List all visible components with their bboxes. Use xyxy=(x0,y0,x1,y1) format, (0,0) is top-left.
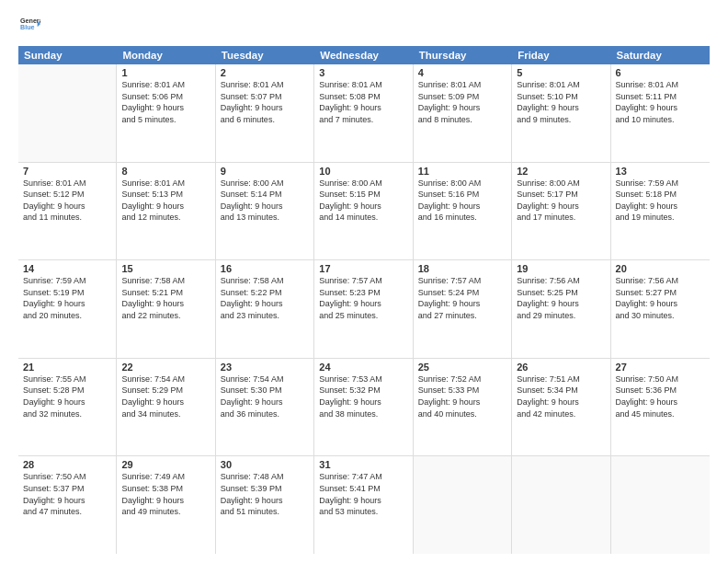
day-number: 13 xyxy=(616,166,705,177)
calendar-cell: 27Sunrise: 7:50 AMSunset: 5:36 PMDayligh… xyxy=(611,359,710,456)
day-number: 15 xyxy=(121,263,210,274)
calendar-cell: 26Sunrise: 7:51 AMSunset: 5:34 PMDayligh… xyxy=(512,359,610,456)
day-number: 1 xyxy=(121,67,210,78)
day-number: 7 xyxy=(23,166,111,177)
day-info: Sunrise: 7:52 AMSunset: 5:33 PMDaylight:… xyxy=(418,373,506,419)
logo: General Blue xyxy=(18,15,40,39)
calendar-cell: 13Sunrise: 7:59 AMSunset: 5:18 PMDayligh… xyxy=(611,163,710,260)
calendar-cell: 19Sunrise: 7:56 AMSunset: 5:25 PMDayligh… xyxy=(512,260,610,358)
calendar-cell: 22Sunrise: 7:54 AMSunset: 5:29 PMDayligh… xyxy=(117,359,215,456)
calendar-week-row: 21Sunrise: 7:55 AMSunset: 5:28 PMDayligh… xyxy=(18,359,710,457)
day-number: 22 xyxy=(121,362,210,373)
weekday-header: Sunday xyxy=(18,46,117,64)
day-info: Sunrise: 7:47 AMSunset: 5:41 PMDaylight:… xyxy=(319,471,407,517)
calendar-week-row: 14Sunrise: 7:59 AMSunset: 5:19 PMDayligh… xyxy=(18,260,710,359)
day-info: Sunrise: 8:00 AMSunset: 5:15 PMDaylight:… xyxy=(319,178,407,224)
day-number: 28 xyxy=(23,459,111,470)
day-number: 14 xyxy=(23,263,111,274)
day-info: Sunrise: 8:01 AMSunset: 5:10 PMDaylight:… xyxy=(517,79,605,125)
day-info: Sunrise: 7:55 AMSunset: 5:28 PMDaylight:… xyxy=(23,373,111,419)
day-number: 5 xyxy=(517,67,605,78)
day-info: Sunrise: 8:01 AMSunset: 5:13 PMDaylight:… xyxy=(121,178,210,224)
day-number: 23 xyxy=(221,362,309,373)
day-number: 29 xyxy=(121,459,210,470)
day-number: 3 xyxy=(319,67,407,78)
day-number: 12 xyxy=(517,166,605,177)
calendar-cell xyxy=(18,64,117,162)
calendar-cell: 11Sunrise: 8:00 AMSunset: 5:16 PMDayligh… xyxy=(414,163,512,260)
calendar-cell: 25Sunrise: 7:52 AMSunset: 5:33 PMDayligh… xyxy=(414,359,512,456)
day-number: 24 xyxy=(319,362,407,373)
day-info: Sunrise: 7:54 AMSunset: 5:30 PMDaylight:… xyxy=(221,373,309,419)
svg-text:Blue: Blue xyxy=(20,24,35,31)
day-info: Sunrise: 7:51 AMSunset: 5:34 PMDaylight:… xyxy=(517,373,605,419)
calendar-cell: 5Sunrise: 8:01 AMSunset: 5:10 PMDaylight… xyxy=(512,64,610,162)
day-number: 27 xyxy=(616,362,705,373)
page: General Blue SundayMondayTuesdayWednesda… xyxy=(0,0,728,563)
day-info: Sunrise: 7:57 AMSunset: 5:23 PMDaylight:… xyxy=(319,275,407,321)
day-number: 4 xyxy=(418,67,506,78)
calendar-week-row: 1Sunrise: 8:01 AMSunset: 5:06 PMDaylight… xyxy=(18,64,710,163)
calendar-cell: 30Sunrise: 7:48 AMSunset: 5:39 PMDayligh… xyxy=(216,456,314,554)
weekday-header: Friday xyxy=(512,46,610,64)
day-number: 21 xyxy=(23,362,111,373)
day-number: 30 xyxy=(221,459,309,470)
calendar-cell: 21Sunrise: 7:55 AMSunset: 5:28 PMDayligh… xyxy=(18,359,117,456)
day-number: 9 xyxy=(221,166,309,177)
calendar-cell: 31Sunrise: 7:47 AMSunset: 5:41 PMDayligh… xyxy=(314,456,413,554)
logo-icon: General Blue xyxy=(20,15,40,35)
day-info: Sunrise: 7:54 AMSunset: 5:29 PMDaylight:… xyxy=(121,373,210,419)
day-info: Sunrise: 7:50 AMSunset: 5:37 PMDaylight:… xyxy=(23,471,111,517)
day-info: Sunrise: 8:01 AMSunset: 5:07 PMDaylight:… xyxy=(221,79,309,125)
calendar-cell: 1Sunrise: 8:01 AMSunset: 5:06 PMDaylight… xyxy=(117,64,215,162)
calendar-cell: 18Sunrise: 7:57 AMSunset: 5:24 PMDayligh… xyxy=(414,260,512,358)
calendar-cell: 8Sunrise: 8:01 AMSunset: 5:13 PMDaylight… xyxy=(117,163,215,260)
day-info: Sunrise: 8:01 AMSunset: 5:12 PMDaylight:… xyxy=(23,178,111,224)
day-info: Sunrise: 7:49 AMSunset: 5:38 PMDaylight:… xyxy=(121,471,210,517)
day-number: 6 xyxy=(616,67,705,78)
calendar-cell: 10Sunrise: 8:00 AMSunset: 5:15 PMDayligh… xyxy=(314,163,413,260)
day-number: 31 xyxy=(319,459,407,470)
day-info: Sunrise: 7:59 AMSunset: 5:19 PMDaylight:… xyxy=(23,275,111,321)
day-info: Sunrise: 7:53 AMSunset: 5:32 PMDaylight:… xyxy=(319,373,407,419)
calendar: SundayMondayTuesdayWednesdayThursdayFrid… xyxy=(18,46,710,554)
calendar-cell: 29Sunrise: 7:49 AMSunset: 5:38 PMDayligh… xyxy=(117,456,215,554)
day-number: 19 xyxy=(517,263,605,274)
weekday-header: Tuesday xyxy=(216,46,314,64)
weekday-header: Thursday xyxy=(414,46,512,64)
calendar-cell: 15Sunrise: 7:58 AMSunset: 5:21 PMDayligh… xyxy=(117,260,215,358)
day-info: Sunrise: 8:01 AMSunset: 5:11 PMDaylight:… xyxy=(616,79,705,125)
day-info: Sunrise: 8:00 AMSunset: 5:17 PMDaylight:… xyxy=(517,178,605,224)
day-number: 20 xyxy=(616,263,705,274)
day-number: 16 xyxy=(221,263,309,274)
day-info: Sunrise: 7:59 AMSunset: 5:18 PMDaylight:… xyxy=(616,178,705,224)
day-number: 17 xyxy=(319,263,407,274)
day-info: Sunrise: 7:57 AMSunset: 5:24 PMDaylight:… xyxy=(418,275,506,321)
day-info: Sunrise: 8:01 AMSunset: 5:06 PMDaylight:… xyxy=(121,79,210,125)
calendar-week-row: 28Sunrise: 7:50 AMSunset: 5:37 PMDayligh… xyxy=(18,456,710,554)
calendar-cell: 3Sunrise: 8:01 AMSunset: 5:08 PMDaylight… xyxy=(314,64,413,162)
header: General Blue xyxy=(18,15,710,39)
calendar-cell: 4Sunrise: 8:01 AMSunset: 5:09 PMDaylight… xyxy=(414,64,512,162)
calendar-header: SundayMondayTuesdayWednesdayThursdayFrid… xyxy=(18,46,710,64)
weekday-header: Monday xyxy=(117,46,215,64)
calendar-cell: 28Sunrise: 7:50 AMSunset: 5:37 PMDayligh… xyxy=(18,456,117,554)
day-number: 2 xyxy=(221,67,309,78)
day-info: Sunrise: 8:01 AMSunset: 5:08 PMDaylight:… xyxy=(319,79,407,125)
calendar-cell xyxy=(611,456,710,554)
calendar-cell: 20Sunrise: 7:56 AMSunset: 5:27 PMDayligh… xyxy=(611,260,710,358)
day-number: 8 xyxy=(121,166,210,177)
calendar-cell xyxy=(512,456,610,554)
day-info: Sunrise: 7:56 AMSunset: 5:25 PMDaylight:… xyxy=(517,275,605,321)
day-info: Sunrise: 7:50 AMSunset: 5:36 PMDaylight:… xyxy=(616,373,705,419)
calendar-cell: 6Sunrise: 8:01 AMSunset: 5:11 PMDaylight… xyxy=(611,64,710,162)
calendar-body: 1Sunrise: 8:01 AMSunset: 5:06 PMDaylight… xyxy=(18,64,710,554)
calendar-cell: 17Sunrise: 7:57 AMSunset: 5:23 PMDayligh… xyxy=(314,260,413,358)
weekday-header: Saturday xyxy=(611,46,710,64)
day-info: Sunrise: 7:48 AMSunset: 5:39 PMDaylight:… xyxy=(221,471,309,517)
calendar-cell xyxy=(414,456,512,554)
calendar-cell: 7Sunrise: 8:01 AMSunset: 5:12 PMDaylight… xyxy=(18,163,117,260)
calendar-cell: 12Sunrise: 8:00 AMSunset: 5:17 PMDayligh… xyxy=(512,163,610,260)
calendar-cell: 24Sunrise: 7:53 AMSunset: 5:32 PMDayligh… xyxy=(314,359,413,456)
day-number: 10 xyxy=(319,166,407,177)
